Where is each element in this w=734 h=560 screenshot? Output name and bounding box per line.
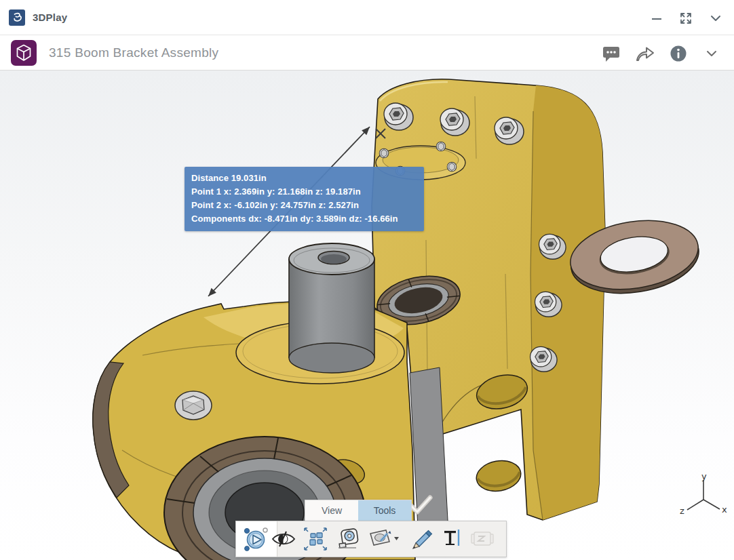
compare-icon xyxy=(468,525,497,553)
document-title: 315 Boom Bracket Assembly xyxy=(49,45,218,60)
chevron-down-icon xyxy=(706,49,718,58)
boom-bracket-assembly-model xyxy=(0,71,734,560)
visibility-button[interactable] xyxy=(268,523,299,555)
tab-tools[interactable]: Tools xyxy=(358,500,411,521)
app-title: 3DPlay xyxy=(33,12,67,23)
expand-icon xyxy=(678,11,693,26)
section-annotation-icon xyxy=(366,525,400,553)
expand-button[interactable] xyxy=(676,9,696,27)
text-button[interactable] xyxy=(437,523,468,555)
assembly-cube-icon xyxy=(11,40,37,66)
play-turntable-button[interactable] xyxy=(240,523,271,555)
info-icon xyxy=(668,43,689,64)
tab-view[interactable]: View xyxy=(305,500,358,521)
axis-y-label: y xyxy=(701,475,707,481)
measurement-point2: Point 2 x: -6.102in y: 24.757in z: 2.527… xyxy=(191,199,417,212)
share-button[interactable] xyxy=(633,42,656,65)
compare-button-disabled xyxy=(467,523,498,555)
axis-z-label: z xyxy=(680,506,684,516)
tools-toolbar xyxy=(235,521,507,557)
measurement-distance: Distance 19.031in xyxy=(191,172,417,185)
toolbar-tabs: View Tools xyxy=(305,500,412,521)
explode-icon xyxy=(301,525,330,553)
section-annotation-button[interactable] xyxy=(365,523,400,555)
window-titlebar: 3DPlay xyxy=(0,0,734,35)
document-header: 315 Boom Bracket Assembly xyxy=(0,36,734,71)
3ds-logo-icon xyxy=(9,9,25,26)
explode-button[interactable] xyxy=(300,523,331,555)
comments-button[interactable] xyxy=(600,42,623,65)
axis-x-label: x xyxy=(722,504,727,515)
chevron-down-icon xyxy=(710,14,722,23)
visibility-eye-icon xyxy=(269,525,298,553)
axis-triad: y z x xyxy=(678,475,729,525)
minimize-icon xyxy=(651,13,662,24)
play-turntable-icon xyxy=(242,525,270,553)
pencil-icon xyxy=(408,525,437,553)
share-arrow-icon xyxy=(633,43,656,64)
measurement-components: Components dx: -8.471in dy: 3.589in dz: … xyxy=(191,212,417,226)
3dplay-window: 3DPlay 315 Boom Bracket Assembly xyxy=(0,0,734,560)
draw-pencil-button[interactable] xyxy=(407,523,438,555)
model-pin-cylinder xyxy=(289,243,374,373)
measure-button[interactable] xyxy=(334,523,365,555)
3d-viewport[interactable]: Distance 19.031in Point 1 x: 2.369in y: … xyxy=(0,71,734,560)
measure-tape-icon xyxy=(335,525,364,553)
measurement-point1: Point 1 x: 2.369in y: 21.168in z: 19.187… xyxy=(191,185,417,199)
titlebar-chevron-button[interactable] xyxy=(706,9,726,27)
bracket-hex-bolt xyxy=(175,391,212,420)
info-button[interactable] xyxy=(667,42,690,65)
comment-bubble-icon xyxy=(600,43,622,64)
minimize-button[interactable] xyxy=(646,9,667,27)
text-tool-icon xyxy=(438,525,467,553)
header-chevron-button[interactable] xyxy=(700,42,723,65)
measurement-tooltip: Distance 19.031in Point 1 x: 2.369in y: … xyxy=(185,167,424,231)
